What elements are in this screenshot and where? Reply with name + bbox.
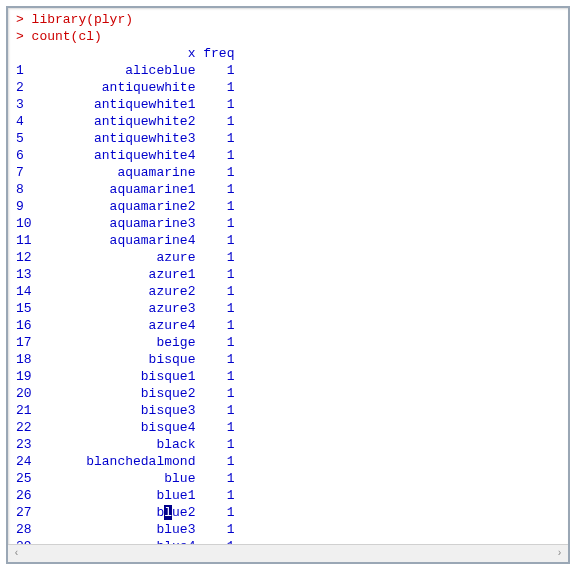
- table-row: 16 azure4 1: [16, 317, 560, 334]
- table-row: 11 aquamarine4 1: [16, 232, 560, 249]
- table-row: 12 azure 1: [16, 249, 560, 266]
- r-console[interactable]: > library(plyr)> count(cl) x freq1 alice…: [6, 6, 570, 564]
- scrollbar-track[interactable]: [25, 545, 551, 562]
- table-row: 18 bisque 1: [16, 351, 560, 368]
- table-row: 7 aquamarine 1: [16, 164, 560, 181]
- table-row: 25 blue 1: [16, 470, 560, 487]
- table-row: 4 antiquewhite2 1: [16, 113, 560, 130]
- table-row: 5 antiquewhite3 1: [16, 130, 560, 147]
- command-line-0: > library(plyr): [16, 11, 560, 28]
- table-row: 3 antiquewhite1 1: [16, 96, 560, 113]
- header-row: x freq: [16, 45, 560, 62]
- table-row: 8 aquamarine1 1: [16, 181, 560, 198]
- table-row: 27 blue2 1: [16, 504, 560, 521]
- table-row: 6 antiquewhite4 1: [16, 147, 560, 164]
- selection-highlight: l: [164, 505, 172, 520]
- table-row: 1 aliceblue 1: [16, 62, 560, 79]
- table-row: 14 azure2 1: [16, 283, 560, 300]
- table-row: 10 aquamarine3 1: [16, 215, 560, 232]
- table-row: 21 bisque3 1: [16, 402, 560, 419]
- table-row: 15 azure3 1: [16, 300, 560, 317]
- table-row: 24 blanchedalmond 1: [16, 453, 560, 470]
- table-row: 28 blue3 1: [16, 521, 560, 538]
- table-row: 17 beige 1: [16, 334, 560, 351]
- table-row: 13 azure1 1: [16, 266, 560, 283]
- scroll-right-arrow-icon[interactable]: ›: [551, 545, 568, 562]
- table-row: 23 black 1: [16, 436, 560, 453]
- scroll-left-arrow-icon[interactable]: ‹: [8, 545, 25, 562]
- table-row: 19 bisque1 1: [16, 368, 560, 385]
- table-row: 2 antiquewhite 1: [16, 79, 560, 96]
- table-row: 22 bisque4 1: [16, 419, 560, 436]
- table-row: 26 blue1 1: [16, 487, 560, 504]
- table-row: 20 bisque2 1: [16, 385, 560, 402]
- table-row: 9 aquamarine2 1: [16, 198, 560, 215]
- horizontal-scrollbar[interactable]: ‹ ›: [8, 544, 568, 562]
- command-line-1: > count(cl): [16, 28, 560, 45]
